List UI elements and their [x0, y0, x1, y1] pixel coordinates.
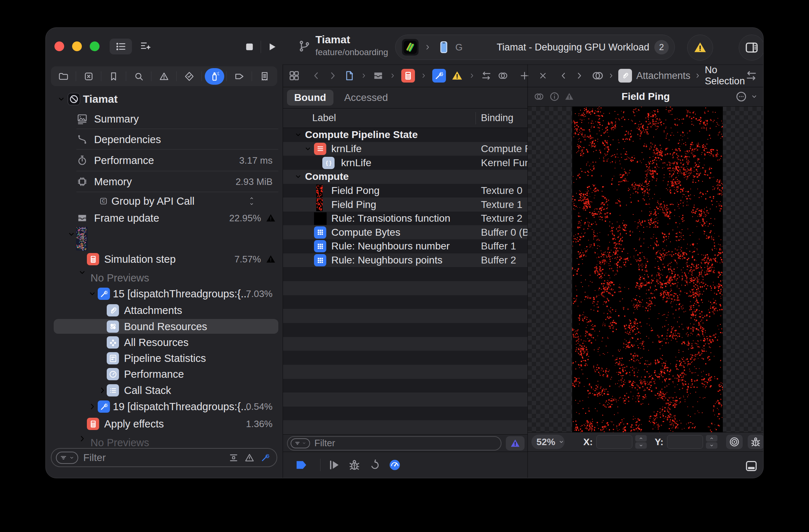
chevron-right-icon[interactable]: [327, 70, 339, 81]
table-row[interactable]: Compute BytesBuffer 0 (Byte: [283, 225, 527, 239]
performance-gauge-button[interactable]: [388, 458, 401, 471]
pixel-inspect-button[interactable]: [726, 435, 742, 449]
dispatch-icon[interactable]: [432, 69, 446, 83]
disclosure-chevron-icon[interactable]: [57, 94, 66, 104]
find-navigator-tab[interactable]: [126, 66, 151, 86]
sidebar-item-all-resources[interactable]: All Resources: [46, 334, 283, 350]
column-label[interactable]: Label: [312, 112, 336, 124]
back-icon[interactable]: [558, 71, 569, 81]
changes-navigator-tab[interactable]: [76, 66, 101, 86]
tray-gray-icon[interactable]: [372, 70, 384, 81]
inspector-toggle-button[interactable]: [739, 35, 764, 61]
sidebar-item-memory[interactable]: Memory2.93 MiB: [46, 171, 283, 192]
sidebar-item-call-stack[interactable]: Call Stack: [46, 382, 283, 399]
no-previews-row[interactable]: No Previews: [46, 267, 283, 285]
breadcrumb-section[interactable]: Attachments: [636, 70, 690, 81]
plus-icon[interactable]: [519, 70, 530, 81]
grid4-icon[interactable]: [288, 70, 300, 82]
close-assistant-icon[interactable]: [538, 71, 548, 80]
filter-dispatch-icon[interactable]: [260, 452, 271, 463]
tab-accessed[interactable]: Accessed: [339, 90, 394, 106]
sort-stepper-icon[interactable]: [248, 196, 255, 207]
disclosure-chevron-icon[interactable]: [88, 402, 97, 411]
sidebar-item-dependencies[interactable]: Dependencies: [46, 129, 283, 150]
stepper-down-icon[interactable]: [709, 443, 714, 448]
doc-blue-icon[interactable]: [344, 70, 355, 81]
stepper-up-icon[interactable]: [709, 436, 714, 441]
zoom-level-dropdown[interactable]: 52%: [531, 435, 565, 449]
ai-assistant-button[interactable]: [136, 39, 156, 54]
report-navigator-tab[interactable]: [252, 66, 277, 86]
step-over-button[interactable]: [328, 458, 341, 471]
sidebar-item-frame-update[interactable]: Frame update22.95%: [46, 210, 283, 226]
sidebar-item-apply-effects[interactable]: Apply effects1.36%: [46, 414, 283, 433]
project-navigator-tab[interactable]: [51, 66, 76, 86]
show-warnings-filter-button[interactable]: [506, 436, 525, 451]
warnings-button[interactable]: [687, 35, 713, 61]
field-ping-texture-image[interactable]: [572, 107, 723, 432]
bookmark-navigator-tab[interactable]: [101, 66, 127, 86]
column-binding[interactable]: Binding: [481, 112, 513, 124]
issues-badge[interactable]: 2: [654, 40, 669, 54]
texture-viewport[interactable]: [527, 107, 764, 432]
sidebar-item-19-dispatchthreadgroups-[interactable]: 19 [dispatchThreadgroups:{...0.54%: [46, 399, 283, 414]
tab-bound[interactable]: Bound: [287, 90, 333, 106]
filter-warnings-icon[interactable]: [244, 452, 255, 463]
sidebar-item-simulation-step[interactable]: Simulation step7.57%: [46, 251, 283, 267]
venn-icon[interactable]: [497, 70, 509, 81]
center-filter-bar[interactable]: Filter: [287, 436, 501, 451]
disclosure-chevron-icon[interactable]: [294, 172, 302, 181]
sidebar-item-performance[interactable]: Performance: [46, 366, 283, 382]
zoom-window-button[interactable]: [90, 41, 100, 51]
minimize-window-button[interactable]: [72, 41, 82, 51]
play-button[interactable]: [264, 39, 279, 54]
issue-navigator-tab[interactable]: [151, 66, 177, 86]
frame-preview-thumbnail[interactable]: [76, 227, 88, 251]
scheme-run-pill[interactable]: G Tiamat - Debugging GPU Workload 2: [395, 35, 675, 60]
restart-button[interactable]: [368, 458, 381, 471]
disclosure-chevron-icon[interactable]: [294, 130, 302, 139]
swap-editor-icon[interactable]: [745, 69, 758, 82]
sidebar-filter-placeholder[interactable]: Filter: [83, 452, 106, 464]
sidebar-divider[interactable]: [283, 65, 283, 478]
disclosure-chevron-icon[interactable]: [88, 289, 97, 298]
disclosure-chevron-icon[interactable]: [78, 434, 87, 443]
sidebar-item-15-dispatchthreadgroups-[interactable]: 15 [dispatchThreadgroups:{...7.03%: [46, 285, 283, 302]
test-navigator-tab[interactable]: [177, 66, 202, 86]
breakpoint-navigator-tab[interactable]: [227, 66, 252, 86]
sidebar-item-bound-resources[interactable]: Bound Resources: [46, 318, 283, 334]
table-row[interactable]: { }krnLifeKernel Functi: [283, 156, 527, 170]
sidebar-item-group-by-api-call[interactable]: CGroup by API Call: [46, 192, 283, 210]
debug-navigator-tab[interactable]: [202, 66, 227, 86]
sidebar-item-attachments[interactable]: Attachments: [46, 302, 283, 318]
table-row[interactable]: Rule: Neughbours pointsBuffer 2: [283, 253, 527, 267]
disclosure-chevron-icon[interactable]: [78, 268, 87, 277]
close-window-button[interactable]: [54, 41, 64, 51]
disclosure-chevron-icon[interactable]: [98, 386, 107, 395]
bottom-panel-toggle[interactable]: [743, 458, 760, 474]
stepper-up-icon[interactable]: [638, 436, 644, 441]
debug-bug-button[interactable]: [348, 458, 361, 471]
table-group-row[interactable]: Compute: [283, 170, 527, 184]
table-row[interactable]: Field PingTexture 1: [283, 198, 527, 212]
table-row[interactable]: Rule: Transiotions functionTexture 2: [283, 212, 527, 226]
chevron-left-icon[interactable]: [310, 70, 322, 81]
column-divider[interactable]: [476, 112, 476, 124]
forward-icon[interactable]: [574, 71, 584, 81]
editor-divider[interactable]: [527, 65, 528, 478]
table-row[interactable]: krnLifeCompute Pipe: [283, 142, 527, 156]
sidebar-item-project[interactable]: Tiamat: [46, 90, 283, 108]
collapse-rows-icon[interactable]: [228, 452, 239, 463]
filter-options-chip[interactable]: [56, 452, 78, 464]
y-coordinate-input[interactable]: [667, 435, 703, 449]
no-previews-row[interactable]: No Previews: [46, 433, 283, 450]
shader-debug-button[interactable]: [748, 435, 764, 449]
disclosure-chevron-icon[interactable]: [304, 145, 312, 153]
toggle-navigator-button[interactable]: [110, 39, 132, 54]
table-row[interactable]: Rule: Neughbours numberBuffer 1: [283, 239, 527, 253]
x-coordinate-input[interactable]: [596, 435, 632, 449]
calculator-icon[interactable]: [401, 69, 415, 83]
swap-icon[interactable]: [481, 70, 492, 81]
sidebar-item-performance[interactable]: Performance3.17 ms: [46, 150, 283, 171]
stop-button[interactable]: [242, 39, 257, 54]
